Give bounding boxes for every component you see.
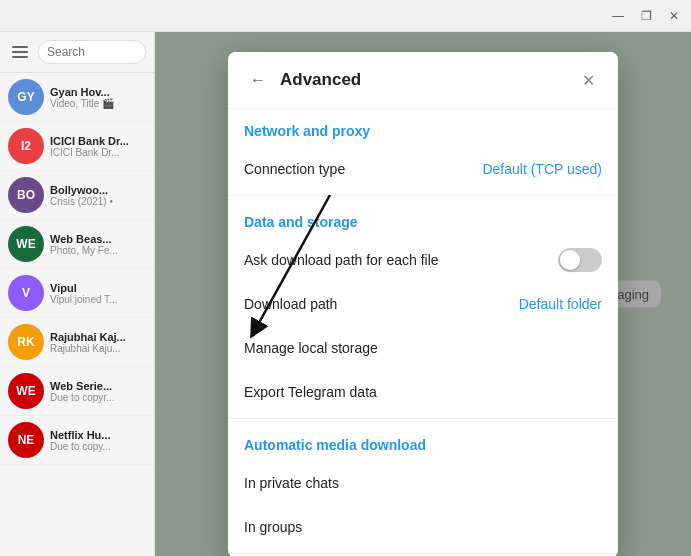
minimize-button[interactable]: — — [609, 7, 627, 25]
avatar: I2 — [8, 128, 44, 164]
chat-item-vipul[interactable]: V Vipul Vipul joined T... — [0, 269, 154, 318]
avatar: BO — [8, 177, 44, 213]
setting-label-ask_download_path: Ask download path for each file — [244, 252, 439, 268]
chat-list: GY Gyan Hov... Video, Title 🎬 I2 ICICI B… — [0, 73, 154, 556]
setting-label-connection_type: Connection type — [244, 161, 345, 177]
setting-value-download_path[interactable]: Default folder — [519, 296, 602, 312]
section-divider — [228, 418, 618, 419]
advanced-dialog: ← Advanced ✕ Network and proxyConnection… — [228, 52, 618, 556]
chat-name: Bollywoo... — [50, 184, 146, 196]
search-input[interactable] — [38, 40, 146, 64]
sidebar: GY Gyan Hov... Video, Title 🎬 I2 ICICI B… — [0, 32, 155, 556]
setting-label-private_chats: In private chats — [244, 475, 339, 491]
chat-info: Gyan Hov... Video, Title 🎬 — [50, 86, 146, 109]
setting-value-connection_type[interactable]: Default (TCP used) — [482, 161, 602, 177]
setting-item-connection_type[interactable]: Connection typeDefault (TCP used) — [228, 147, 618, 191]
restore-button[interactable]: ❐ — [637, 7, 655, 25]
chat-preview: Due to copyr... — [50, 392, 146, 403]
setting-label-export_telegram_data: Export Telegram data — [244, 384, 377, 400]
hamburger-menu[interactable] — [8, 42, 32, 62]
chat-name: Web Serie... — [50, 380, 146, 392]
setting-item-in_groups: In groups — [228, 505, 618, 549]
chat-info: ICICI Bank Dr... ICICI Bank Dr... — [50, 135, 146, 158]
chat-preview: Due to copy... — [50, 441, 146, 452]
setting-item-export_telegram_data: Export Telegram data — [228, 370, 618, 414]
setting-item-ask_download_path[interactable]: Ask download path for each file — [228, 238, 618, 282]
section-header-data_storage: Data and storage — [228, 200, 618, 238]
dialog-body: Network and proxyConnection typeDefault … — [228, 109, 618, 556]
setting-label-download_path: Download path — [244, 296, 337, 312]
dialog-title: Advanced — [280, 70, 574, 90]
chat-info: Rajubhai Kaj... Rajubhai Kaju... — [50, 331, 146, 354]
chat-item-netflix[interactable]: NE Netflix Hu... Due to copy... — [0, 416, 154, 465]
avatar: GY — [8, 79, 44, 115]
toggle-knob — [560, 250, 580, 270]
avatar: NE — [8, 422, 44, 458]
chat-info: Bollywoo... Crisis (2021) • — [50, 184, 146, 207]
chat-name: Netflix Hu... — [50, 429, 146, 441]
avatar: V — [8, 275, 44, 311]
chat-preview: Rajubhai Kaju... — [50, 343, 146, 354]
setting-item-download_path[interactable]: Download pathDefault folder — [228, 282, 618, 326]
chat-item-webseries[interactable]: WE Web Serie... Due to copyr... — [0, 367, 154, 416]
chat-info: Web Beas... Photo, My Fe... — [50, 233, 146, 256]
main-area: messaging ← Advanced ✕ Network and proxy… — [155, 32, 691, 556]
chat-preview: Vipul joined T... — [50, 294, 146, 305]
chat-item-bollywood[interactable]: BO Bollywoo... Crisis (2021) • — [0, 171, 154, 220]
titlebar: — ❐ ✕ — [0, 0, 691, 32]
dialog-header: ← Advanced ✕ — [228, 52, 618, 109]
close-dialog-button[interactable]: ✕ — [574, 66, 602, 94]
search-area — [0, 32, 154, 73]
setting-label-in_groups: In groups — [244, 519, 302, 535]
chat-item-webbeast[interactable]: WE Web Beas... Photo, My Fe... — [0, 220, 154, 269]
section-header-auto_media: Automatic media download — [228, 423, 618, 461]
avatar: WE — [8, 373, 44, 409]
chat-preview: Crisis (2021) • — [50, 196, 146, 207]
chat-info: Netflix Hu... Due to copy... — [50, 429, 146, 452]
chat-info: Vipul Vipul joined T... — [50, 282, 146, 305]
chat-preview: Video, Title 🎬 — [50, 98, 146, 109]
dialog-overlay: ← Advanced ✕ Network and proxyConnection… — [155, 32, 691, 556]
setting-label-manage_local_storage: Manage local storage — [244, 340, 378, 356]
chat-item-icici[interactable]: I2 ICICI Bank Dr... ICICI Bank Dr... — [0, 122, 154, 171]
section-divider — [228, 195, 618, 196]
chat-preview: ICICI Bank Dr... — [50, 147, 146, 158]
toggle-ask_download_path[interactable] — [558, 248, 602, 272]
chat-item-rajubhai[interactable]: RK Rajubhai Kaj... Rajubhai Kaju... — [0, 318, 154, 367]
chat-name: Web Beas... — [50, 233, 146, 245]
chat-name: Rajubhai Kaj... — [50, 331, 146, 343]
section-divider — [228, 553, 618, 554]
chat-info: Web Serie... Due to copyr... — [50, 380, 146, 403]
chat-preview: Photo, My Fe... — [50, 245, 146, 256]
setting-item-private_chats: In private chats — [228, 461, 618, 505]
chat-name: ICICI Bank Dr... — [50, 135, 146, 147]
chat-item-gyan[interactable]: GY Gyan Hov... Video, Title 🎬 — [0, 73, 154, 122]
setting-item-manage_local_storage: Manage local storage — [228, 326, 618, 370]
chat-name: Gyan Hov... — [50, 86, 146, 98]
avatar: WE — [8, 226, 44, 262]
avatar: RK — [8, 324, 44, 360]
section-header-network: Network and proxy — [228, 109, 618, 147]
chat-name: Vipul — [50, 282, 146, 294]
back-button[interactable]: ← — [244, 66, 272, 94]
close-button[interactable]: ✕ — [665, 7, 683, 25]
